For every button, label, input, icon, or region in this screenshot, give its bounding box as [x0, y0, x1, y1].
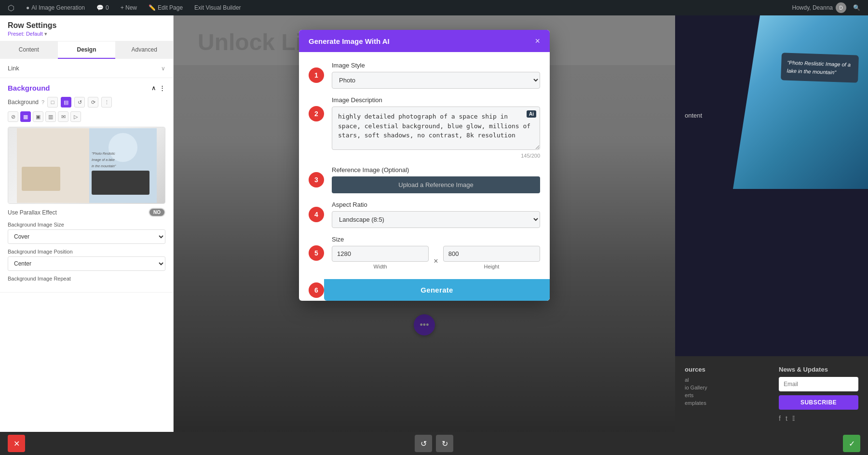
bg-preview-image: "Photo Reslistic Image of a lake in the …	[8, 127, 165, 203]
step4-row: 4 Aspect Ratio Landscape (8:5) Portrait …	[309, 201, 540, 228]
site-footer: ources al io Gallery erts emplates News …	[675, 356, 868, 432]
upload-reference-button[interactable]: Upload a Reference Image	[332, 176, 540, 193]
newsletter-title: News & Updates	[779, 366, 858, 373]
footer-link-2: io Gallery	[685, 385, 764, 390]
newsletter-section: News & Updates SUBSCRIBE f t 𝕀	[779, 366, 858, 422]
wp-logo[interactable]: ⬡	[5, 1, 17, 14]
tab-design[interactable]: Design	[58, 41, 116, 59]
step2-row: 2 Image Description highly detailed phot…	[309, 96, 540, 159]
bg-type-image[interactable]: ▤	[61, 97, 71, 107]
parallax-toggle-row: Use Parallax Effect NO	[8, 208, 165, 217]
footer-link-4: emplates	[685, 400, 764, 406]
bg-image-position-select[interactable]: Center	[8, 256, 165, 271]
width-input[interactable]	[332, 246, 429, 262]
image-style-select[interactable]: Photo Digital Art Oil Painting Watercolo…	[332, 72, 540, 89]
new-link[interactable]: + New	[118, 2, 140, 13]
bg-image-position-row: Background Image Position Center	[8, 249, 165, 271]
subscribe-button[interactable]: SUBSCRIBE	[779, 395, 858, 410]
bg-type-reset[interactable]: ⟳	[88, 97, 98, 107]
newsletter-email-input[interactable]	[779, 377, 858, 391]
ai-badge: Ai	[527, 110, 536, 118]
step1-content: Image Style Photo Digital Art Oil Painti…	[332, 62, 540, 89]
footer-link-3: erts	[685, 392, 764, 398]
bg-image-size-row: Background Image Size Cover	[8, 222, 165, 244]
bg-pattern-image[interactable]: ▦	[20, 111, 31, 122]
ai-icon: ●	[26, 4, 29, 11]
bg-type-more[interactable]: ⋮	[101, 97, 112, 107]
wordpress-icon: ⬡	[8, 3, 14, 13]
edit-page-link[interactable]: ✏️ Edit Page	[146, 2, 186, 13]
bg-type-none[interactable]: □	[47, 97, 58, 107]
help-icon: ?	[41, 99, 44, 105]
bg-type-gradient[interactable]: ↺	[74, 97, 85, 107]
footer-resources: ources al io Gallery erts emplates	[685, 366, 764, 422]
size-separator: ×	[434, 257, 438, 266]
left-panel: Row Settings Preset: Default ▾ Content D…	[0, 15, 174, 432]
link-section[interactable]: Link ∨	[0, 59, 173, 78]
step6-row: 6 Generate	[299, 279, 550, 301]
check-icon: ✓	[849, 439, 855, 448]
search-icon[interactable]: 🔍	[850, 2, 863, 13]
redo-icon: ↻	[442, 439, 448, 448]
bg-pattern-fill[interactable]: ▣	[33, 111, 43, 122]
ai-modal: Generate Image With AI × 1 Image Style P…	[299, 30, 550, 301]
width-label: Width	[332, 264, 429, 269]
modal-header: Generate Image With AI ×	[299, 30, 550, 52]
more-options-icon[interactable]: ⋮	[159, 84, 165, 92]
content-text: ontent	[685, 112, 702, 119]
width-field: Width	[332, 246, 429, 269]
image-description-textarea[interactable]: highly detailed photograph of a space sh…	[332, 107, 540, 150]
canvas-background: Unlock Limitless Generate Image With AI …	[174, 15, 675, 432]
close-button[interactable]: ✕	[8, 435, 25, 452]
aspect-ratio-select[interactable]: Landscape (8:5) Portrait (5:8) Square (1…	[332, 211, 540, 228]
redo-button[interactable]: ↻	[436, 435, 453, 452]
site-bg-image	[733, 15, 868, 189]
save-button[interactable]: ✓	[843, 435, 860, 452]
modal-overlay: Generate Image With AI × 1 Image Style P…	[174, 15, 675, 432]
bg-controls: ∧ ⋮	[151, 84, 165, 92]
svg-rect-3	[22, 167, 60, 191]
step5-badge: 5	[309, 245, 324, 261]
tab-content[interactable]: Content	[0, 41, 58, 59]
howdy-text: Howdy, Deanna D	[792, 2, 847, 13]
reference-image-label: Reference Image (Optional)	[332, 166, 540, 174]
bg-preview-svg: "Photo Reslistic Image of a lake in the …	[17, 128, 157, 203]
toolbar-center: ↺ ↻	[415, 435, 453, 452]
parallax-label: Use Parallax Effect	[8, 209, 57, 216]
modal-close-button[interactable]: ×	[535, 37, 540, 45]
bg-pattern-repeat[interactable]: ▥	[45, 111, 56, 122]
generate-button[interactable]: Generate	[324, 279, 550, 301]
bg-label: Background	[8, 99, 39, 106]
bg-image-position-label: Background Image Position	[8, 249, 165, 254]
image-description-label: Image Description	[332, 96, 540, 104]
bg-pattern-video[interactable]: ▷	[70, 111, 81, 122]
height-input[interactable]	[443, 246, 540, 262]
parallax-toggle[interactable]: NO	[149, 208, 165, 217]
site-partial-content: ontent	[685, 112, 702, 121]
step6-badge: 6	[309, 282, 324, 298]
svg-rect-7	[92, 171, 149, 195]
instagram-icon[interactable]: 𝕀	[792, 415, 795, 422]
undo-button[interactable]: ↺	[415, 435, 432, 452]
ai-image-generation-link[interactable]: ● AI Image Generation	[23, 2, 88, 13]
step2-badge: 2	[309, 106, 324, 121]
right-panel: "Photo Reslistic Image of a lake in the …	[675, 15, 868, 432]
step3-badge: 3	[309, 172, 324, 187]
svg-point-2	[108, 133, 137, 162]
comments-link[interactable]: 💬 0	[94, 2, 112, 13]
aspect-ratio-label: Aspect Ratio	[332, 201, 540, 208]
footer-resources-title: ources	[685, 366, 764, 373]
bg-pattern-none[interactable]: ⊘	[8, 111, 18, 122]
facebook-icon[interactable]: f	[779, 415, 781, 422]
bg-preview: "Photo Reslistic Image of a lake in the …	[8, 127, 165, 204]
bg-pattern-email[interactable]: ✉	[58, 111, 68, 122]
canvas-area: Unlock Limitless Generate Image With AI …	[174, 15, 675, 432]
tab-advanced[interactable]: Advanced	[115, 41, 173, 59]
social-icons-row: f t 𝕀	[779, 415, 858, 422]
exit-builder-link[interactable]: Exit Visual Builder	[191, 2, 244, 13]
twitter-icon[interactable]: t	[786, 415, 787, 422]
edit-icon: ✏️	[149, 4, 156, 11]
modal-body: 1 Image Style Photo Digital Art Oil Pain…	[299, 52, 550, 279]
bg-image-size-select[interactable]: Cover	[8, 229, 165, 244]
chevron-up-icon[interactable]: ∧	[151, 84, 156, 92]
